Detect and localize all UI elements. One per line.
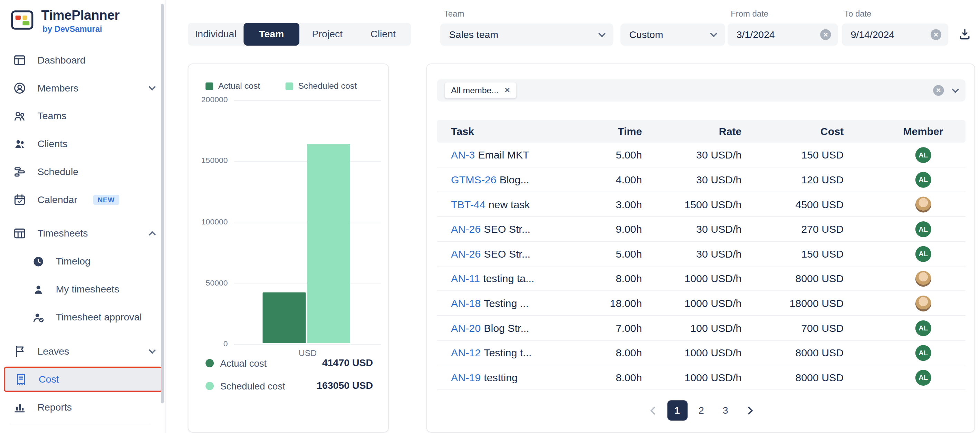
member-filter-bar[interactable]: All membe... ✕ ✕ xyxy=(437,80,966,102)
avatar[interactable]: AL xyxy=(915,221,931,237)
task-link[interactable]: AN-19 xyxy=(451,371,480,383)
tab-project[interactable]: Project xyxy=(299,23,355,46)
sidebar-item-timesheets[interactable]: Timesheets xyxy=(0,220,166,248)
avatar[interactable] xyxy=(915,271,931,286)
task-link[interactable]: AN-26 xyxy=(451,248,480,259)
table-row[interactable]: AN-12Testing t... 8.00h 1000 USD/h 8000 … xyxy=(437,341,966,365)
bar-actual-cost[interactable] xyxy=(263,293,306,343)
avatar[interactable] xyxy=(915,295,931,311)
table-row[interactable]: AN-26SEO Str... 5.00h 30 USD/h 150 USD A… xyxy=(437,242,966,267)
rate-cell: 1000 USD/h xyxy=(642,347,741,359)
task-link[interactable]: AN-20 xyxy=(451,322,480,333)
task-link[interactable]: AN-12 xyxy=(451,347,480,358)
task-link[interactable]: TBT-44 xyxy=(451,198,485,210)
page-button-3[interactable]: 3 xyxy=(715,400,735,420)
legend-swatch-actual xyxy=(205,82,213,90)
task-link[interactable]: AN-26 xyxy=(451,223,480,234)
member-cell: AL xyxy=(843,246,966,262)
sidebar-item-my-timesheets[interactable]: My timesheets xyxy=(0,275,166,303)
table-row[interactable]: AN-3Email MKT 5.00h 30 USD/h 150 USD AL xyxy=(437,143,966,167)
view-tabs: Individual Team Project Client xyxy=(188,23,411,46)
app-logo-block[interactable]: TimePlanner by DevSamurai xyxy=(10,8,119,33)
avatar[interactable]: AL xyxy=(915,369,931,385)
previous-page-icon[interactable] xyxy=(650,406,658,414)
legend-swatch-scheduled xyxy=(286,82,293,90)
summary-row-actual: Actual cost 41470 USD xyxy=(205,357,373,368)
column-header-time[interactable]: Time xyxy=(558,125,642,137)
team-select[interactable]: Sales team xyxy=(440,24,614,46)
app-logo-icon xyxy=(10,8,34,32)
date-range-select[interactable]: Custom xyxy=(620,24,725,46)
avatar[interactable]: AL xyxy=(915,345,931,360)
column-header-cost[interactable]: Cost xyxy=(741,125,843,137)
sidebar-item-teams[interactable]: Teams xyxy=(0,102,166,130)
sidebar-item-clients[interactable]: Clients xyxy=(0,130,166,158)
avatar[interactable]: AL xyxy=(915,320,931,336)
page-button-1[interactable]: 1 xyxy=(667,400,687,420)
avatar[interactable]: AL xyxy=(915,147,931,162)
sidebar-item-reports[interactable]: Reports xyxy=(0,393,166,421)
chevron-down-icon[interactable] xyxy=(952,86,959,93)
task-title: Testing t... xyxy=(484,347,531,358)
column-header-task[interactable]: Task xyxy=(437,125,558,137)
task-link[interactable]: AN-18 xyxy=(451,297,480,309)
column-header-member[interactable]: Member xyxy=(843,125,966,137)
sidebar-item-members[interactable]: Members xyxy=(0,74,166,102)
tab-team[interactable]: Team xyxy=(243,23,299,46)
task-link[interactable]: GTMS-26 xyxy=(451,174,496,185)
table-header: Task Time Rate Cost Member xyxy=(437,120,966,143)
next-page-icon[interactable] xyxy=(745,406,752,414)
sidebar-item-timelog[interactable]: Timelog xyxy=(0,247,166,275)
sidebar-item-timesheet-approval[interactable]: Timesheet approval xyxy=(0,303,166,331)
team-select-value: Sales team xyxy=(449,29,498,40)
chevron-up-icon xyxy=(148,231,156,238)
sidebar-item-dashboard[interactable]: Dashboard xyxy=(0,46,166,74)
table-row[interactable]: AN-18Testing ... 18.00h 1000 USD/h 18000… xyxy=(437,291,966,316)
table-row[interactable]: AN-20Blog Str... 7.00h 100 USD/h 700 USD… xyxy=(437,316,966,341)
timesheets-icon xyxy=(13,226,27,240)
app-logo-text: TimePlanner by DevSamurai xyxy=(41,8,119,33)
summary-value: 41470 USD xyxy=(322,357,373,368)
clear-filter-icon[interactable]: ✕ xyxy=(933,85,944,96)
table-row[interactable]: AN-19testting 8.00h 1000 USD/h 8000 USD … xyxy=(437,365,966,390)
download-icon xyxy=(958,27,972,41)
cost-cell: 8000 USD xyxy=(741,371,843,384)
bar-scheduled-cost[interactable] xyxy=(307,144,350,343)
y-axis-tick: 50000 xyxy=(191,278,228,287)
sidebar-scrollbar[interactable] xyxy=(161,4,164,403)
sidebar-item-leaves[interactable]: Leaves xyxy=(0,337,166,365)
table-row[interactable]: AN-26SEO Str... 9.00h 30 USD/h 270 USD A… xyxy=(437,217,966,242)
to-date-input[interactable]: 9/14/2024 ✕ xyxy=(842,24,948,46)
sidebar-item-schedule[interactable]: Schedule xyxy=(0,158,166,186)
member-cell: AL xyxy=(843,345,966,360)
cost-cell: 8000 USD xyxy=(741,347,843,359)
avatar[interactable]: AL xyxy=(915,172,931,188)
sidebar-item-label: Timelog xyxy=(56,256,91,267)
members-icon xyxy=(13,81,27,95)
task-link[interactable]: AN-3 xyxy=(451,149,475,160)
rate-cell: 1000 USD/h xyxy=(642,272,741,285)
sidebar-item-calendar[interactable]: Calendar NEW xyxy=(0,186,166,214)
chevron-down-icon xyxy=(710,30,717,37)
sidebar-item-cost[interactable]: Cost xyxy=(4,367,162,392)
page-button-2[interactable]: 2 xyxy=(691,400,711,420)
task-cell: TBT-44new task xyxy=(437,198,558,210)
chip-remove-icon[interactable]: ✕ xyxy=(504,86,510,95)
table-row[interactable]: TBT-44new task 3.00h 1500 USD/h 4500 USD xyxy=(437,192,966,217)
task-link[interactable]: AN-11 xyxy=(451,272,480,284)
tab-client[interactable]: Client xyxy=(355,23,411,46)
column-header-rate[interactable]: Rate xyxy=(642,125,741,137)
table-row[interactable]: AN-11testing ta... 8.00h 1000 USD/h 8000… xyxy=(437,267,966,291)
clear-to-date-icon[interactable]: ✕ xyxy=(931,29,941,40)
from-date-input[interactable]: 3/1/2024 ✕ xyxy=(727,24,838,46)
clear-from-date-icon[interactable]: ✕ xyxy=(820,29,831,40)
table-row[interactable]: GTMS-26Blog... 4.00h 30 USD/h 120 USD AL xyxy=(437,167,966,192)
dashboard-icon xyxy=(13,53,27,67)
app-subtitle: by DevSamurai xyxy=(43,24,119,34)
avatar[interactable]: AL xyxy=(915,246,931,262)
scheduled-cost-dot xyxy=(205,382,214,390)
download-button[interactable] xyxy=(953,23,976,46)
avatar[interactable] xyxy=(915,196,931,212)
tab-individual[interactable]: Individual xyxy=(188,23,244,46)
member-filter-chip[interactable]: All membe... ✕ xyxy=(445,83,517,99)
